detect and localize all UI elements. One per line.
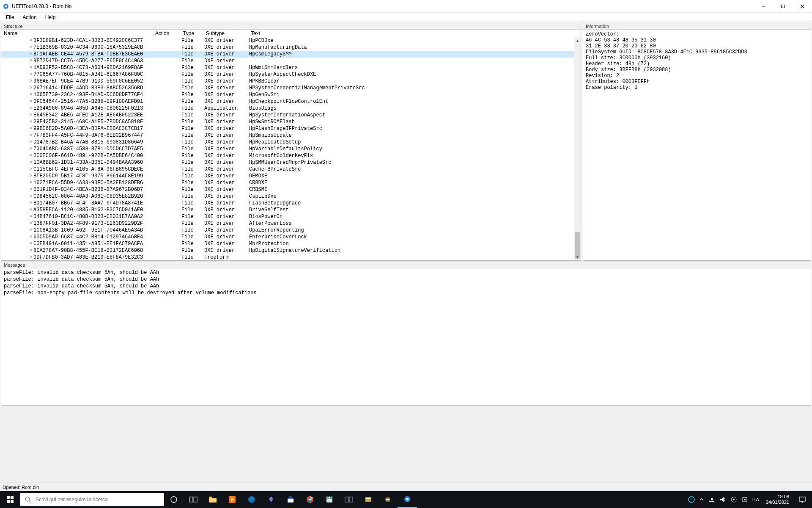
tree-row[interactable]: >29E425B2-3145-468C-A1F5-7BDDC9A5818FFil… (1, 119, 574, 125)
tree-row[interactable]: >7F783FF4-A5FC-44F9-8A76-6EB32B967447Fil… (1, 132, 574, 139)
expander-icon[interactable]: > (28, 91, 33, 98)
expander-icon[interactable]: > (28, 78, 33, 85)
tb-edge[interactable] (242, 491, 261, 508)
tb-cortana[interactable] (164, 491, 184, 508)
tree-row[interactable]: >3F3E89B1-623D-4CA1-8D23-BE492CC6C377Fil… (1, 37, 574, 44)
expander-icon[interactable]: > (28, 71, 33, 78)
information-body[interactable]: ZeroVector: 46 4C 53 48 48 35 31 30 31 2… (583, 30, 811, 260)
expander-icon[interactable]: > (28, 254, 33, 260)
tree-row[interactable]: >C0EB491A-6011-4351-A851-EE1FAC79ACFAFil… (1, 240, 574, 247)
expander-icon[interactable]: > (28, 98, 33, 105)
tree-row[interactable]: >B0174B07-BB67-4F4F-8AA7-6F4D78A8741EFil… (1, 200, 574, 207)
tb-uefitool[interactable] (398, 491, 417, 508)
expander-icon[interactable]: > (28, 58, 33, 64)
tree-row[interactable]: >221F1D4F-034C-4BEA-B2BB-B7A9672B06D7Fil… (1, 186, 574, 193)
scroll-down-arrow[interactable]: ▼ (574, 254, 581, 260)
tb-app3[interactable] (339, 491, 359, 508)
tree-row[interactable]: >77065A77-760B-4015-AB4E-6E667A86F80CFil… (1, 71, 574, 78)
tree-row[interactable]: >70040ABC-6387-4588-87B1-DDCD6C7D7AF5Fil… (1, 146, 574, 152)
close-button[interactable] (793, 0, 812, 13)
taskbar-clock[interactable]: 18:08 24/01/2021 (763, 494, 793, 505)
expander-icon[interactable]: > (28, 227, 33, 234)
expander-icon[interactable]: > (28, 64, 33, 71)
tree-row[interactable]: >10A6BB62-1D31-433A-BD5E-D494BAAA3960Fil… (1, 159, 574, 166)
tb-app4[interactable] (359, 491, 378, 508)
expander-icon[interactable]: > (28, 132, 33, 139)
tree-row[interactable]: >A358EFCA-1120-4885-B162-B3C7CD041AE0Fil… (1, 207, 574, 213)
expander-icon[interactable]: > (28, 200, 33, 207)
expander-icon[interactable]: > (28, 112, 33, 119)
tray-language[interactable]: ITA (752, 497, 759, 502)
expander-icon[interactable]: > (28, 146, 33, 152)
expander-icon[interactable]: > (28, 85, 33, 91)
tree-row[interactable]: >C115CBFC-4EF0-4105-AF8A-96FB895CDECEFil… (1, 166, 574, 173)
expander-icon[interactable]: > (28, 193, 33, 200)
tb-explorer[interactable] (203, 491, 222, 508)
tb-chrome[interactable] (300, 491, 320, 508)
expander-icon[interactable]: > (28, 139, 33, 146)
tree-row[interactable]: >D4B47610-BC1C-480B-BD23-CB031B7AA0A2Fil… (1, 213, 574, 220)
tree-header[interactable]: Name Action Type Subtype Text (1, 30, 581, 37)
tray-chevron-icon[interactable] (699, 497, 704, 502)
expander-icon[interactable]: > (28, 240, 33, 247)
tree-row[interactable]: >0DF7DFB0-3AD7-483E-B219-E8F8A79E32C3Fil… (1, 254, 574, 260)
taskbar-search[interactable]: Scrivi qui per eseguire la ricerca (20, 493, 164, 506)
minimize-button[interactable] (754, 0, 773, 13)
messages-body[interactable]: parseFile: invalid data checksum 5Ah, sh… (1, 268, 811, 405)
start-button[interactable] (0, 491, 20, 508)
tree-row[interactable]: >8EA278A7-90B8-455F-BE18-23172EAC6068Fil… (1, 247, 574, 254)
menu-file[interactable]: File (3, 14, 17, 21)
tree-row[interactable]: >60C5D9AD-6687-44C2-B814-C1297A646BE4Fil… (1, 234, 574, 240)
tree-row[interactable]: >99BC6E2D-5A0D-43EA-BDFA-EBBAC3C7CB17Fil… (1, 125, 574, 132)
expander-icon[interactable]: > (28, 37, 33, 44)
tree-row[interactable]: >7E1B369B-0320-4C34-9600-18A75329EACBFil… (1, 44, 574, 51)
expander-icon[interactable]: > (28, 119, 33, 125)
tree-row[interactable]: >E645E342-ABE6-4FEC-A12E-AE6AB05223EEFil… (1, 112, 574, 119)
tb-media[interactable] (222, 491, 242, 508)
expander-icon[interactable]: > (28, 186, 33, 193)
tree-row[interactable]: >DFC54544-2516-47A5-B288-29F100AEFD01Fil… (1, 98, 574, 105)
maximize-button[interactable] (773, 0, 793, 13)
tb-store[interactable] (281, 491, 300, 508)
col-subtype[interactable]: Subtype (204, 30, 249, 37)
expander-icon[interactable]: > (28, 207, 33, 213)
tree-body[interactable]: >3F3E89B1-623D-4CA1-8D23-BE492CC6C377Fil… (1, 37, 574, 260)
tb-taskview[interactable] (184, 491, 203, 508)
tree-row[interactable]: >1CC8A13B-1C09-462F-9E1F-70446AE5A34DFil… (1, 227, 574, 234)
help-icon[interactable]: ? (688, 496, 695, 503)
tree-row[interactable]: >E234A986-8946-485D-A645-C806225F0213Fil… (1, 105, 574, 112)
tray-icon-2[interactable] (741, 496, 748, 503)
tree-row[interactable]: >1065E739-23C2-493F-B1AD-DC6D8DF77CF4Fil… (1, 91, 574, 98)
expander-icon[interactable]: > (28, 179, 33, 186)
tree-row[interactable]: >968AE7EF-9CE4-47B9-91DD-569F0C6EE052Fil… (1, 78, 574, 85)
expander-icon[interactable]: > (28, 247, 33, 254)
expander-icon[interactable]: > (28, 51, 33, 58)
system-tray[interactable]: ? ITA (685, 496, 763, 503)
expander-icon[interactable]: > (28, 166, 33, 173)
vertical-scrollbar[interactable]: ▲ ▼ (574, 37, 581, 260)
tray-icon-1[interactable] (730, 496, 737, 503)
tree-row[interactable]: >8F1AFAEB-CE44-4579-BFBA-FDBB7E3CEAE0Fil… (1, 51, 574, 58)
expander-icon[interactable]: > (28, 159, 33, 166)
expander-icon[interactable]: > (28, 44, 33, 51)
col-name[interactable]: Name (1, 30, 154, 37)
expander-icon[interactable]: > (28, 213, 33, 220)
expander-icon[interactable]: > (28, 125, 33, 132)
tb-app5[interactable] (378, 491, 398, 508)
tree-row[interactable]: >BFE205C9-5B17-4F8F-9375-89614AF8E199Fil… (1, 173, 574, 179)
tree-row[interactable]: >16271FCA-55D9-4A33-93FC-5A3EB128DEB6Fil… (1, 179, 574, 186)
col-action[interactable]: Action (154, 30, 181, 37)
col-text[interactable]: Text (249, 30, 581, 37)
expander-icon[interactable]: > (28, 105, 33, 112)
col-type[interactable]: Type (181, 30, 204, 37)
menu-action[interactable]: Action (19, 14, 40, 21)
tree-row[interactable]: >1AD93F52-B5C8-4C73-A604-9BDA2169F8AFFil… (1, 64, 574, 71)
tree-row[interactable]: >1387FF01-3DA2-4F89-9173-E263D9229D2FFil… (1, 220, 574, 227)
action-center[interactable] (793, 491, 812, 508)
scroll-up-arrow[interactable]: ▲ (574, 37, 581, 44)
tree-row[interactable]: >9F72D47D-CC76-45DC-A277-F65E0C4C4063Fil… (1, 58, 574, 64)
expander-icon[interactable]: > (28, 220, 33, 227)
expander-icon[interactable]: > (28, 234, 33, 240)
tree-row[interactable]: >D14787B2-B46A-47AB-8B15-690831D86649Fil… (1, 139, 574, 146)
volume-icon[interactable] (719, 496, 726, 503)
